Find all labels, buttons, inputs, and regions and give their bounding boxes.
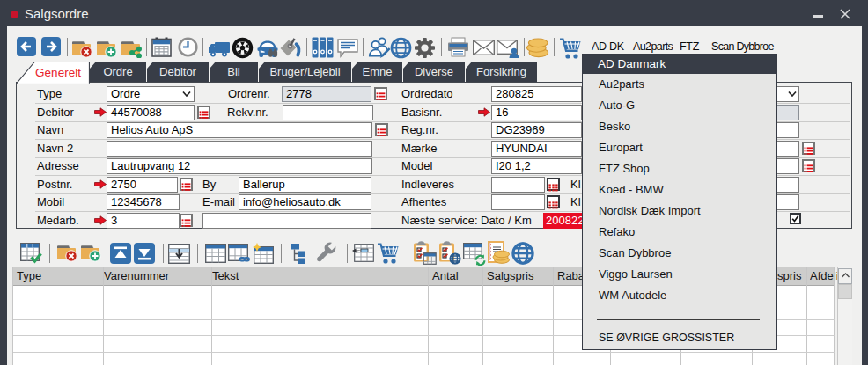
svg-text:Generelt: Generelt xyxy=(35,66,81,79)
